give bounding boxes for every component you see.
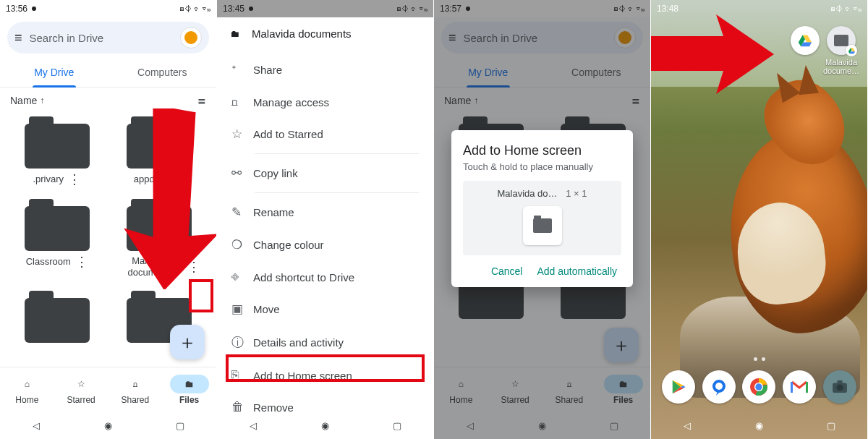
android-nav: ◁ ◉ ▢: [217, 412, 433, 439]
folder-more-icon[interactable]: ⋮: [75, 255, 88, 268]
sheet-header: 🖿 Malavida documents: [217, 17, 433, 51]
bottom-nav: ⌂Home ☆Starred ⩍Shared 🖿Files: [0, 367, 216, 412]
svg-rect-19: [806, 382, 808, 393]
rename-icon: ✎: [231, 205, 253, 220]
status-bar: 13:57 ▣ ⏀ ᯤ ▽ ⏨: [434, 0, 650, 17]
clock: 13:48: [657, 4, 678, 14]
chrome-icon[interactable]: [742, 370, 775, 404]
drive-badge-icon: [846, 45, 857, 56]
drive-logo-icon: [797, 33, 813, 48]
folder-more-icon[interactable]: ⋮: [68, 173, 81, 186]
menu-manage-access[interactable]: ⩍Manage access: [217, 86, 433, 118]
divider: [255, 153, 419, 154]
menu-copy-link[interactable]: ⚯Copy link: [217, 157, 433, 189]
nav-shared[interactable]: ⩍Shared: [109, 367, 163, 412]
sort-row[interactable]: Name ↑ ≣: [0, 88, 216, 111]
tab-computers[interactable]: Computers: [109, 58, 217, 87]
link-icon: ⚯: [231, 166, 253, 181]
search-bar[interactable]: ≡ Search in Drive: [7, 22, 209, 54]
annotation-arrow-icon: [109, 108, 217, 289]
menu-share[interactable]: ᐩShare: [217, 54, 433, 86]
menu-change-colour[interactable]: ❍Change colour: [217, 229, 433, 261]
star-icon: ☆: [231, 127, 253, 142]
modal-title: Add to Home screen: [463, 143, 621, 158]
svg-point-22: [837, 384, 843, 391]
svg-rect-18: [791, 382, 793, 393]
svg-point-13: [715, 383, 723, 390]
share-icon: ᐩ: [231, 62, 253, 77]
tab-my-drive[interactable]: My Drive: [0, 58, 109, 87]
highlight-box: [189, 279, 213, 312]
drive-app-icon[interactable]: [791, 26, 820, 55]
hamburger-icon[interactable]: ≡: [14, 30, 22, 46]
clock: 13:56: [6, 4, 27, 14]
back-button[interactable]: ◁: [673, 420, 702, 431]
menu-add-starred[interactable]: ☆Add to Starred: [217, 118, 433, 150]
sheet-folder-name: Malavida documents: [252, 27, 352, 40]
page-indicator: [651, 357, 867, 361]
new-fab-button[interactable]: ＋: [170, 325, 205, 359]
shortcut-preview[interactable]: Malavida do… 1 × 1: [463, 181, 621, 255]
nav-home[interactable]: ⌂Home: [0, 367, 54, 412]
play-store-icon[interactable]: [662, 370, 695, 404]
folder-shortcut-icon[interactable]: [827, 26, 856, 55]
folder-icon: [25, 291, 90, 343]
divider: [255, 192, 419, 193]
recents-button[interactable]: ▢: [817, 420, 846, 431]
modal-subtitle: Touch & hold to place manually: [463, 161, 621, 172]
notification-dot-icon: [466, 7, 470, 11]
menu-rename[interactable]: ✎Rename: [217, 196, 433, 229]
recents-button[interactable]: ▢: [383, 420, 412, 431]
shortcut-label: Malavida docume…: [818, 58, 864, 75]
home-button[interactable]: ◉: [310, 420, 339, 431]
home-button[interactable]: ◉: [744, 420, 773, 431]
search-placeholder: Search in Drive: [30, 32, 180, 44]
shortcut-preview-icon: [523, 206, 562, 245]
menu-add-shortcut[interactable]: ⎆Add shortcut to Drive: [217, 261, 433, 293]
status-bar: 13:56 ▣ ⏀ ᯤ ▽ ⏨: [0, 0, 216, 17]
recents-button[interactable]: ▢: [166, 420, 195, 431]
android-nav: ◁ ◉ ▢: [651, 412, 867, 439]
info-icon: ⓘ: [231, 334, 253, 351]
view-toggle-icon[interactable]: ≣: [197, 95, 206, 106]
status-icons: ▣ ⏀ ᯤ ▽ ⏨: [179, 4, 210, 13]
status-icons: ▣ ⏀ ᯤ ▽ ⏨: [396, 4, 427, 13]
clock: 13:57: [440, 4, 461, 14]
status-bar: 13:45 ▣ ⏀ ᯤ ▽ ⏨: [217, 0, 433, 17]
status-icons: ▣ ⏀ ᯤ ▽ ⏨: [613, 4, 644, 13]
svg-marker-0: [114, 108, 217, 289]
folder-item[interactable]: Classroom ⋮: [6, 193, 109, 282]
android-nav: ◁ ◉ ▢: [0, 412, 216, 439]
folder-icon: [25, 116, 90, 169]
back-button[interactable]: ◁: [456, 420, 485, 431]
nav-files[interactable]: 🖿Files: [162, 367, 216, 412]
camera-icon[interactable]: [823, 370, 856, 404]
menu-move[interactable]: ▣Move: [217, 293, 433, 325]
back-button[interactable]: ◁: [22, 420, 51, 431]
manage-access-icon: ⩍: [231, 95, 253, 109]
shortcut-icon: ⎆: [231, 270, 253, 284]
add-auto-button[interactable]: Add automatically: [537, 265, 617, 277]
android-nav: ◁ ◉ ▢: [434, 412, 650, 439]
account-avatar[interactable]: [180, 27, 202, 48]
home-dock: [658, 367, 860, 407]
folder-item[interactable]: .privary ⋮: [6, 111, 109, 190]
back-button[interactable]: ◁: [239, 420, 268, 431]
move-icon: ▣: [231, 302, 253, 317]
svg-marker-7: [651, 14, 774, 94]
recents-button[interactable]: ▢: [600, 420, 629, 431]
gmail-icon[interactable]: [783, 370, 816, 404]
palette-icon: ❍: [231, 237, 253, 252]
annotation-arrow-icon: [651, 14, 774, 108]
folder-item[interactable]: [6, 285, 109, 351]
messages-icon[interactable]: [702, 370, 736, 404]
home-button[interactable]: ◉: [93, 420, 122, 431]
sort-label: Name: [10, 95, 37, 106]
nav-starred[interactable]: ☆Starred: [54, 367, 109, 412]
folder-icon: 🖿: [230, 28, 252, 39]
drive-tabs: My Drive Computers: [0, 58, 216, 88]
add-home-modal: Add to Home screen Touch & hold to place…: [451, 130, 633, 287]
notification-dot-icon: [32, 7, 36, 11]
home-button[interactable]: ◉: [527, 420, 556, 431]
cancel-button[interactable]: Cancel: [491, 265, 523, 277]
